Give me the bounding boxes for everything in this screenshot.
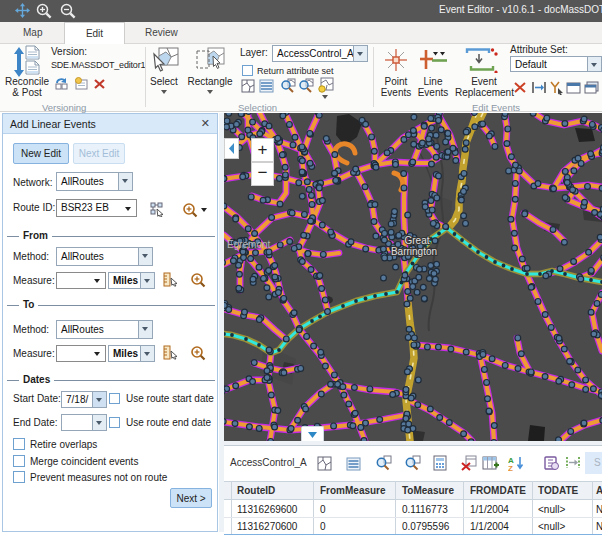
svg-text:Great: Great <box>404 235 429 246</box>
svg-text:Barrington: Barrington <box>391 246 437 257</box>
svg-text:Z: Z <box>508 464 513 471</box>
svg-text:Egremont: Egremont <box>227 239 271 250</box>
